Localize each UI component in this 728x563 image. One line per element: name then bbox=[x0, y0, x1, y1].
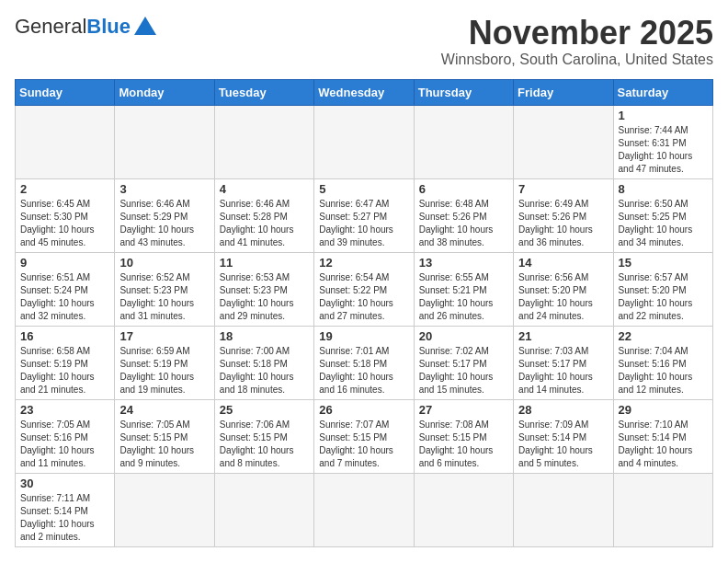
calendar-day-cell bbox=[214, 105, 313, 178]
month-year-title: November 2025 bbox=[441, 15, 713, 52]
calendar-day-cell: 2Sunrise: 6:45 AM Sunset: 5:30 PM Daylig… bbox=[16, 178, 115, 252]
logo-blue: Blue bbox=[86, 15, 131, 39]
calendar-day-cell bbox=[115, 105, 214, 178]
day-number: 4 bbox=[220, 182, 309, 196]
calendar-day-header: Wednesday bbox=[314, 79, 414, 105]
day-info: Sunrise: 7:01 AM Sunset: 5:18 PM Dayligh… bbox=[319, 345, 408, 396]
day-info: Sunrise: 7:09 AM Sunset: 5:14 PM Dayligh… bbox=[518, 419, 608, 470]
day-number: 23 bbox=[20, 403, 109, 417]
day-info: Sunrise: 6:51 AM Sunset: 5:24 PM Dayligh… bbox=[20, 271, 109, 323]
calendar-day-header: Monday bbox=[115, 79, 214, 105]
calendar-day-cell: 22Sunrise: 7:04 AM Sunset: 5:16 PM Dayli… bbox=[613, 326, 712, 399]
calendar-day-cell: 14Sunrise: 6:56 AM Sunset: 5:20 PM Dayli… bbox=[514, 252, 613, 326]
location-subtitle: Winnsboro, South Carolina, United States bbox=[441, 52, 713, 68]
day-info: Sunrise: 6:58 AM Sunset: 5:19 PM Dayligh… bbox=[20, 345, 109, 396]
day-number: 15 bbox=[619, 256, 708, 270]
calendar-day-cell: 18Sunrise: 7:00 AM Sunset: 5:18 PM Dayli… bbox=[214, 326, 313, 399]
day-info: Sunrise: 7:04 AM Sunset: 5:16 PM Dayligh… bbox=[619, 345, 708, 396]
day-info: Sunrise: 7:00 AM Sunset: 5:18 PM Dayligh… bbox=[220, 345, 309, 396]
day-info: Sunrise: 6:57 AM Sunset: 5:20 PM Dayligh… bbox=[619, 271, 708, 323]
day-number: 19 bbox=[319, 329, 408, 343]
calendar-day-cell: 29Sunrise: 7:10 AM Sunset: 5:14 PM Dayli… bbox=[613, 399, 712, 473]
day-info: Sunrise: 6:48 AM Sunset: 5:26 PM Dayligh… bbox=[419, 198, 508, 249]
calendar-day-cell: 28Sunrise: 7:09 AM Sunset: 5:14 PM Dayli… bbox=[514, 399, 613, 473]
day-number: 7 bbox=[518, 182, 608, 196]
calendar-day-cell bbox=[214, 473, 313, 546]
calendar-table: SundayMondayTuesdayWednesdayThursdayFrid… bbox=[15, 79, 713, 547]
title-block: November 2025 Winnsboro, South Carolina,… bbox=[441, 15, 713, 68]
calendar-day-cell bbox=[314, 105, 414, 178]
day-info: Sunrise: 6:55 AM Sunset: 5:21 PM Dayligh… bbox=[419, 271, 508, 323]
calendar-day-cell: 15Sunrise: 6:57 AM Sunset: 5:20 PM Dayli… bbox=[613, 252, 712, 326]
calendar-day-cell bbox=[514, 473, 613, 546]
page-header: General Blue November 2025 Winnsboro, So… bbox=[15, 15, 713, 68]
calendar-day-cell: 3Sunrise: 6:46 AM Sunset: 5:29 PM Daylig… bbox=[115, 178, 214, 252]
day-number: 5 bbox=[319, 182, 408, 196]
day-info: Sunrise: 7:07 AM Sunset: 5:15 PM Dayligh… bbox=[319, 419, 408, 470]
calendar-day-cell: 10Sunrise: 6:52 AM Sunset: 5:23 PM Dayli… bbox=[115, 252, 214, 326]
logo-general: General bbox=[15, 15, 86, 39]
day-number: 12 bbox=[319, 256, 408, 270]
day-info: Sunrise: 6:50 AM Sunset: 5:25 PM Dayligh… bbox=[619, 198, 708, 249]
day-info: Sunrise: 7:06 AM Sunset: 5:15 PM Dayligh… bbox=[220, 419, 309, 470]
day-info: Sunrise: 7:11 AM Sunset: 5:14 PM Dayligh… bbox=[20, 492, 109, 544]
day-number: 3 bbox=[119, 182, 209, 196]
day-info: Sunrise: 7:08 AM Sunset: 5:15 PM Dayligh… bbox=[419, 419, 508, 470]
day-info: Sunrise: 6:56 AM Sunset: 5:20 PM Dayligh… bbox=[518, 271, 608, 323]
calendar-day-header: Sunday bbox=[16, 79, 115, 105]
calendar-day-cell bbox=[414, 105, 513, 178]
day-number: 16 bbox=[20, 329, 109, 343]
day-number: 27 bbox=[419, 403, 508, 417]
day-number: 9 bbox=[20, 256, 109, 270]
day-info: Sunrise: 6:46 AM Sunset: 5:29 PM Dayligh… bbox=[119, 198, 209, 249]
day-info: Sunrise: 7:10 AM Sunset: 5:14 PM Dayligh… bbox=[619, 419, 708, 470]
calendar-day-cell: 1Sunrise: 7:44 AM Sunset: 6:31 PM Daylig… bbox=[613, 105, 712, 178]
calendar-day-cell: 24Sunrise: 7:05 AM Sunset: 5:15 PM Dayli… bbox=[115, 399, 214, 473]
calendar-day-cell: 9Sunrise: 6:51 AM Sunset: 5:24 PM Daylig… bbox=[16, 252, 115, 326]
calendar-day-header: Friday bbox=[514, 79, 613, 105]
day-number: 13 bbox=[419, 256, 508, 270]
calendar-day-cell bbox=[16, 105, 115, 178]
day-number: 20 bbox=[419, 329, 508, 343]
calendar-week-row: 2Sunrise: 6:45 AM Sunset: 5:30 PM Daylig… bbox=[16, 178, 713, 252]
day-info: Sunrise: 6:45 AM Sunset: 5:30 PM Dayligh… bbox=[20, 198, 109, 249]
calendar-day-cell bbox=[613, 473, 712, 546]
calendar-week-row: 9Sunrise: 6:51 AM Sunset: 5:24 PM Daylig… bbox=[16, 252, 713, 326]
day-number: 24 bbox=[119, 403, 209, 417]
logo: General Blue bbox=[15, 15, 156, 39]
day-number: 10 bbox=[119, 256, 209, 270]
day-number: 22 bbox=[619, 329, 708, 343]
calendar-day-cell bbox=[314, 473, 414, 546]
calendar-day-cell: 21Sunrise: 7:03 AM Sunset: 5:17 PM Dayli… bbox=[514, 326, 613, 399]
day-info: Sunrise: 7:05 AM Sunset: 5:15 PM Dayligh… bbox=[119, 419, 209, 470]
calendar-day-cell: 7Sunrise: 6:49 AM Sunset: 5:26 PM Daylig… bbox=[514, 178, 613, 252]
day-info: Sunrise: 7:03 AM Sunset: 5:17 PM Dayligh… bbox=[518, 345, 608, 396]
day-info: Sunrise: 6:53 AM Sunset: 5:23 PM Dayligh… bbox=[220, 271, 309, 323]
day-info: Sunrise: 6:46 AM Sunset: 5:28 PM Dayligh… bbox=[220, 198, 309, 249]
calendar-week-row: 30Sunrise: 7:11 AM Sunset: 5:14 PM Dayli… bbox=[16, 473, 713, 546]
calendar-week-row: 23Sunrise: 7:05 AM Sunset: 5:16 PM Dayli… bbox=[16, 399, 713, 473]
logo-text: General Blue bbox=[15, 15, 156, 39]
calendar-day-cell: 6Sunrise: 6:48 AM Sunset: 5:26 PM Daylig… bbox=[414, 178, 513, 252]
day-number: 6 bbox=[419, 182, 508, 196]
day-info: Sunrise: 7:44 AM Sunset: 6:31 PM Dayligh… bbox=[619, 124, 708, 176]
calendar-day-cell: 25Sunrise: 7:06 AM Sunset: 5:15 PM Dayli… bbox=[214, 399, 313, 473]
day-number: 17 bbox=[119, 329, 209, 343]
calendar-day-cell: 26Sunrise: 7:07 AM Sunset: 5:15 PM Dayli… bbox=[314, 399, 414, 473]
day-number: 2 bbox=[20, 182, 109, 196]
day-number: 18 bbox=[220, 329, 309, 343]
day-number: 1 bbox=[619, 109, 708, 122]
calendar-day-cell: 4Sunrise: 6:46 AM Sunset: 5:28 PM Daylig… bbox=[214, 178, 313, 252]
calendar-day-header: Saturday bbox=[613, 79, 712, 105]
day-number: 25 bbox=[220, 403, 309, 417]
calendar-day-cell: 12Sunrise: 6:54 AM Sunset: 5:22 PM Dayli… bbox=[314, 252, 414, 326]
calendar-day-cell: 11Sunrise: 6:53 AM Sunset: 5:23 PM Dayli… bbox=[214, 252, 313, 326]
day-info: Sunrise: 6:59 AM Sunset: 5:19 PM Dayligh… bbox=[119, 345, 209, 396]
calendar-day-cell: 5Sunrise: 6:47 AM Sunset: 5:27 PM Daylig… bbox=[314, 178, 414, 252]
calendar-day-cell bbox=[115, 473, 214, 546]
calendar-day-cell bbox=[414, 473, 513, 546]
day-number: 30 bbox=[20, 477, 109, 490]
day-info: Sunrise: 6:47 AM Sunset: 5:27 PM Dayligh… bbox=[319, 198, 408, 249]
day-number: 8 bbox=[619, 182, 708, 196]
calendar-day-cell: 20Sunrise: 7:02 AM Sunset: 5:17 PM Dayli… bbox=[414, 326, 513, 399]
